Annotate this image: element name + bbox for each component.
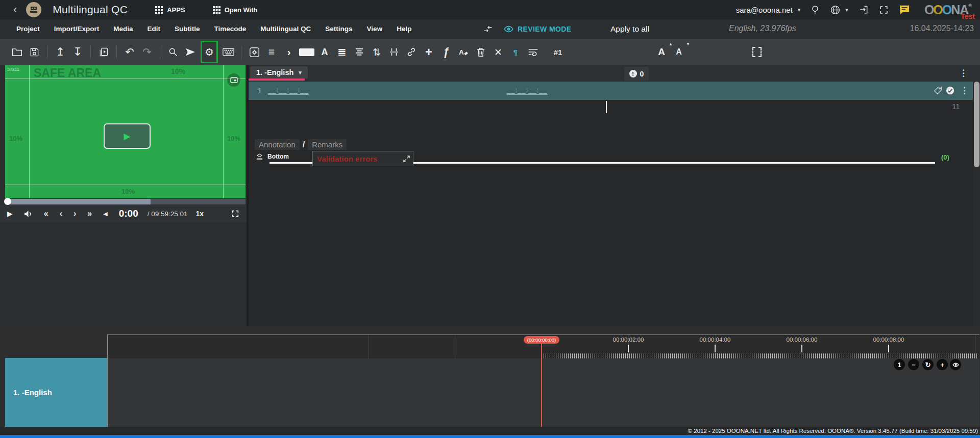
timeline-panel[interactable]: 00:00:02:00 00:00:04:00 00:00:06:00 00:0… xyxy=(107,334,979,427)
apps-button[interactable]: APPS xyxy=(155,6,185,14)
row-menu-icon[interactable]: ⋮ xyxy=(960,86,969,95)
undo-button[interactable]: ↶ xyxy=(122,43,137,61)
volume-button[interactable] xyxy=(24,210,33,218)
open-file-button[interactable] xyxy=(10,43,24,61)
wrap-text-button[interactable] xyxy=(526,43,540,61)
menu-timecode[interactable]: Timecode xyxy=(207,19,254,39)
playhead-line[interactable] xyxy=(541,343,542,427)
pip-toggle-button[interactable] xyxy=(227,73,240,87)
tab-remarks[interactable]: Remarks xyxy=(308,139,347,150)
font-increase-button[interactable]: A ▲ xyxy=(654,43,669,61)
playhead-badge[interactable]: (00:00:00:00) xyxy=(524,336,559,344)
timeline-track-english[interactable]: 1. -English xyxy=(5,358,107,427)
playback-speed-label[interactable]: 1x xyxy=(196,210,204,218)
font-decrease-button[interactable]: A ▼ xyxy=(672,43,686,61)
justify-button[interactable]: ≣ xyxy=(335,43,349,61)
shortcuts-button[interactable] xyxy=(221,43,235,61)
tag-icon[interactable] xyxy=(934,86,942,95)
italics-button[interactable]: ƒ xyxy=(439,43,453,61)
review-eye-icon xyxy=(503,24,514,34)
tab-annotation[interactable]: Annotation xyxy=(255,139,300,150)
menu-subtitle[interactable]: Subtitle xyxy=(167,19,207,39)
back-icon[interactable]: ‹ xyxy=(13,4,17,15)
scrollbar-thumb[interactable] xyxy=(974,82,979,167)
error-count-badge[interactable]: ! 0 xyxy=(624,67,649,81)
language-globe-button[interactable]: ▾ xyxy=(830,5,848,15)
send-button[interactable] xyxy=(183,43,198,61)
resize-icon[interactable] xyxy=(403,156,410,162)
play-button[interactable]: ▶ xyxy=(7,210,13,218)
add-subtitle-button[interactable]: + xyxy=(422,43,436,61)
delete-button[interactable] xyxy=(474,43,488,61)
user-email: sara@ooona.net xyxy=(736,6,793,14)
menu-media[interactable]: Media xyxy=(106,19,140,39)
selection-border-button[interactable] xyxy=(750,43,764,61)
major-tick xyxy=(801,345,802,352)
seek-bar[interactable] xyxy=(5,199,246,204)
redo-button[interactable]: ↷ xyxy=(140,43,154,61)
menu-edit[interactable]: Edit xyxy=(140,19,168,39)
menu-view[interactable]: View xyxy=(360,19,390,39)
rewind-button[interactable]: « xyxy=(44,209,48,218)
validation-errors-panel[interactable]: Validation errors xyxy=(312,151,413,166)
find-replace-button[interactable] xyxy=(166,43,180,61)
tab-english[interactable]: 1. -English ▾ xyxy=(250,66,308,79)
text-field-button[interactable] xyxy=(299,43,314,61)
seek-thumb[interactable] xyxy=(4,198,11,205)
link-subtitles-button[interactable] xyxy=(404,43,419,61)
clear-format-button[interactable]: A xyxy=(456,43,471,61)
menu-help[interactable]: Help xyxy=(389,19,419,39)
duplicate-project-button[interactable] xyxy=(96,43,111,61)
timeline-visibility-button[interactable] xyxy=(950,359,961,370)
join-arrows-icon[interactable] xyxy=(483,24,493,34)
text-box-icon xyxy=(299,48,314,56)
position-control[interactable]: Bottom xyxy=(256,153,289,160)
video-play-button[interactable]: ▶ xyxy=(104,123,151,149)
next-subtitle-button[interactable]: › xyxy=(74,209,76,218)
menu-import-export[interactable]: Import/Export xyxy=(47,19,107,39)
timecode-in-field[interactable]: __:__:__:__ xyxy=(268,86,309,95)
hint-bulb-icon[interactable] xyxy=(811,5,820,15)
fullscreen-icon[interactable] xyxy=(879,5,889,15)
open-with-label: Open With xyxy=(225,6,258,14)
line-order-button[interactable]: ⇅ xyxy=(370,43,384,61)
fast-forward-button[interactable]: » xyxy=(87,209,92,218)
rows-view-button[interactable]: ≡ xyxy=(264,43,279,61)
subtitle-row[interactable]: 1 __:__:__:__ __:__:__:__ ⋮ xyxy=(249,82,973,100)
align-center-button[interactable] xyxy=(352,43,366,61)
settings-gear-button[interactable]: ⚙ xyxy=(201,41,218,63)
justify-icon: ≣ xyxy=(338,46,347,58)
user-menu[interactable]: sara@ooona.net ▾ xyxy=(736,6,801,14)
video-preview[interactable]: 37x11 SAFE AREA 10% 10% 10% 10% ▶ xyxy=(5,65,246,198)
import-button[interactable]: ↥ xyxy=(53,43,67,61)
feedback-chat-icon[interactable] xyxy=(899,5,910,15)
show-formatting-button[interactable]: ¶ xyxy=(508,43,523,61)
menu-settings[interactable]: Settings xyxy=(318,19,359,39)
timeline-zoom-in-button[interactable]: + xyxy=(937,359,948,370)
logout-icon[interactable] xyxy=(859,5,869,15)
remove-button[interactable]: ✕ xyxy=(491,43,505,61)
editor-scrollbar[interactable] xyxy=(973,82,980,326)
split-subtitle-button[interactable] xyxy=(387,43,401,61)
prev-subtitle-button[interactable]: ‹ xyxy=(60,209,62,218)
timeline-zoom-level[interactable]: 1 xyxy=(894,359,905,370)
timecode-out-field[interactable]: __:__:__:__ xyxy=(507,86,548,95)
frame-back-button[interactable]: ◀ xyxy=(103,211,107,217)
display-settings-button[interactable] xyxy=(247,43,261,61)
menu-project[interactable]: Project xyxy=(9,19,47,39)
player-fullscreen-button[interactable] xyxy=(231,210,239,218)
timeline-track-area[interactable] xyxy=(108,358,979,427)
timeline-zoom-out-button[interactable]: − xyxy=(908,359,919,370)
timeline-reset-button[interactable]: ↻ xyxy=(922,359,934,370)
menu-multilingual-qc[interactable]: Multilingual QC xyxy=(253,19,318,39)
review-mode-label[interactable]: REVIEW MODE xyxy=(518,25,572,33)
export-button[interactable]: ↧ xyxy=(70,43,85,61)
approve-check-icon[interactable] xyxy=(946,86,954,95)
playhead-time: (00:00:00:00) xyxy=(527,337,556,343)
save-button[interactable] xyxy=(27,43,41,61)
apply-to-all-label[interactable]: Apply to all xyxy=(610,24,649,34)
expand-rows-button[interactable]: › xyxy=(282,43,296,61)
editor-menu-icon[interactable]: ⋮ xyxy=(959,69,968,78)
open-with-button[interactable]: Open With xyxy=(213,6,258,14)
font-style-button[interactable]: A xyxy=(317,43,332,61)
